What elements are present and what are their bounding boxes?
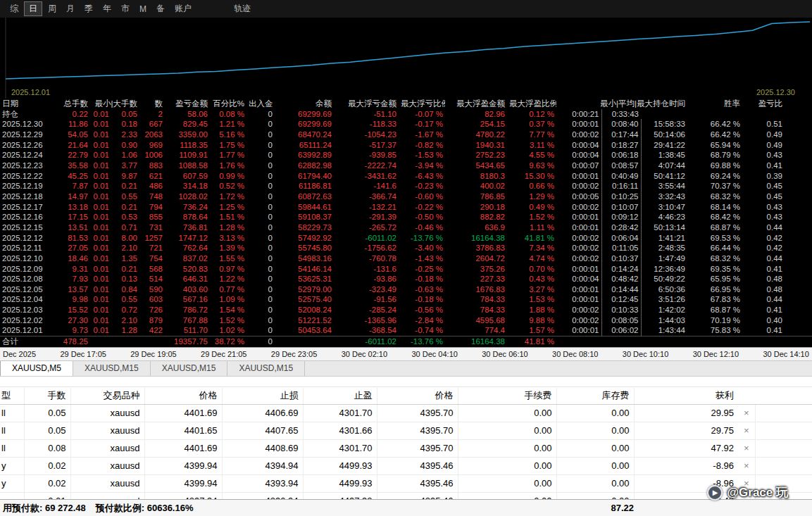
stats-cell: 0.21 (111, 181, 139, 191)
stats-cell: 53625.31 (275, 274, 334, 284)
stats-cell: 8.00 (111, 233, 139, 244)
stats-cell: 65.94 % (687, 140, 742, 151)
position-row-4[interactable]: y0.02xauusd4399.944393.944499.934395.460… (0, 474, 812, 492)
stats-cell: 0.01 (90, 305, 111, 315)
close-position-cell[interactable]: × (738, 439, 755, 457)
stats-cell: 62882.98 (275, 161, 334, 171)
position-row-3[interactable]: y0.02xauusd4399.944394.944499.934395.460… (0, 457, 812, 474)
stats-cell: 1.25 % (210, 202, 246, 213)
stats-cell: 0:00:02 (556, 181, 601, 191)
stats-cell: 0.01 (90, 315, 111, 326)
chart-tab-0[interactable]: XAUUSD,M5 (0, 361, 73, 376)
stats-row-2025.12.05: 2025.12.0513.570.010.84590403.600.77 %05… (0, 284, 812, 295)
stats-cell: 0.72 (111, 305, 139, 315)
margin-level-text: 预付款比例: 60636.16% (96, 502, 194, 515)
equity-chart[interactable]: 2025.12.01 2025.12.30 (0, 18, 812, 99)
toolbar-item-1[interactable]: 日 (24, 1, 42, 16)
equity-curve-svg (0, 18, 812, 99)
position-cell: 4406.69 (222, 404, 303, 422)
stats-cell: 0 (246, 222, 275, 233)
stats-col-header-8: 最大浮亏金额 (334, 99, 399, 109)
stats-cell: 0 (246, 253, 275, 264)
stats-cell: -6011.02 (334, 336, 399, 347)
stats-cell: 0 (246, 243, 275, 253)
stats-cell: 754 (139, 253, 165, 264)
stats-cell: 54983.16 (275, 253, 334, 264)
stats-cell: 784.33 (445, 305, 507, 315)
chart-tab-1[interactable]: XAUUSD,M15 (73, 361, 151, 376)
stats-cell: 52008.24 (275, 305, 334, 315)
toolbar-item-5[interactable]: 年 (99, 2, 115, 15)
toolbar-item-2[interactable]: 周 (44, 2, 61, 15)
close-position-cell[interactable]: × (738, 422, 755, 439)
toolbar-item-7[interactable]: M (135, 4, 151, 15)
stats-cell: 0:00:01 (556, 212, 601, 222)
stats-cell: 15.30 % (507, 171, 556, 182)
position-cell: 0.05 (24, 422, 70, 439)
close-position-cell[interactable]: × (738, 404, 755, 422)
stats-cell: 1.39 % (210, 243, 246, 253)
stats-cell: -1.67 % (399, 130, 445, 140)
time-axis-label-0: Dec 2025 (3, 350, 36, 358)
stats-cell: 0.01 (90, 202, 111, 213)
positions-col-header-8: 库存费 (556, 386, 634, 404)
stats-cell: -131.6 (334, 264, 399, 275)
stats-row-filler (785, 315, 812, 326)
position-cell: 4395.70 (377, 404, 458, 422)
stats-cell: 0:48:42 (601, 274, 641, 284)
stats-cell: 0.12 % (507, 109, 556, 120)
stats-cell: 50:13:14 (641, 222, 687, 233)
stats-cell (275, 336, 334, 347)
stats-row-2025.12.01: 2025.12.019.730.011.28422511.701.02 %050… (0, 325, 812, 336)
toolbar-item-9[interactable]: 账户 (170, 2, 196, 15)
position-row-0[interactable]: ll0.05xauusd4401.694406.694301.704395.70… (0, 404, 812, 422)
toolbar-item-6[interactable]: 市 (117, 2, 134, 15)
position-cell: 0.02 (24, 474, 70, 492)
position-row-2[interactable]: ll0.08xauusd4401.694408.694301.704395.70… (0, 439, 812, 457)
toolbar-item-3[interactable]: 月 (62, 2, 79, 15)
stats-cell: -0.63 % (399, 284, 445, 295)
stats-cell: 9.73 (56, 325, 90, 336)
stats-cell: -6011.02 (334, 233, 399, 244)
time-axis-label-6: 30 Dec 04:10 (411, 350, 457, 358)
position-row-1[interactable]: ll0.05xauusd4401.654407.654301.664395.70… (0, 422, 812, 439)
stats-cell: 0.01 (90, 325, 111, 336)
stats-cell (641, 336, 687, 347)
close-position-icon[interactable]: × (744, 443, 749, 453)
time-axis-label-1: 29 Dec 17:05 (60, 350, 106, 358)
stats-cell: 568 (139, 264, 165, 275)
stats-cell: 0.37 % (507, 119, 556, 130)
chart-tab-3[interactable]: XAUUSD,M15 (227, 361, 305, 376)
close-position-icon[interactable]: × (744, 460, 749, 471)
close-position-cell[interactable]: × (738, 457, 755, 474)
stats-cell: 290.18 (445, 202, 507, 213)
position-cell: 0.00 (556, 474, 634, 492)
stats-cell: 1118.35 (165, 140, 210, 151)
stats-cell: 27.05 (56, 243, 90, 253)
margin-used-text: 用预付款: 69 272.48 (3, 502, 86, 515)
toolbar-item-8[interactable]: 备 (152, 2, 169, 15)
toolbar-item-10[interactable]: 轨迹 (230, 2, 255, 15)
chart-tab-2[interactable]: XAUUSD,M15 (151, 361, 228, 376)
stats-cell: 0:10:33 (601, 305, 641, 315)
toolbar-item-4[interactable]: 季 (80, 2, 97, 15)
toolbar-item-0[interactable]: 综 (6, 2, 23, 15)
stats-cell: 0.43 (742, 212, 785, 222)
stats-cell: 1.57 % (507, 325, 556, 336)
stats-cell: 726 (139, 305, 165, 315)
stats-cell: 254.15 (445, 119, 507, 130)
stats-cell: 0.48 (742, 274, 785, 284)
stats-cell: 0 (246, 336, 275, 347)
position-cell: 47.92 (634, 439, 738, 457)
close-position-icon[interactable]: × (744, 425, 749, 436)
stats-cell: 0.21 (111, 264, 139, 275)
stats-cell: 0.01 (90, 243, 111, 253)
stats-cell: 731 (139, 222, 165, 233)
close-position-icon[interactable]: × (744, 408, 749, 418)
stats-cell: 68.79 % (687, 150, 742, 161)
toolbar: 综日周月季年市M备账户轨迹 (0, 0, 812, 18)
stats-cell: 721 (139, 243, 165, 253)
stats-cell: 0:00:01 (556, 264, 601, 275)
stats-cell: 1:42:02 (641, 305, 687, 315)
stats-cell: 2025.12.26 (0, 140, 56, 151)
